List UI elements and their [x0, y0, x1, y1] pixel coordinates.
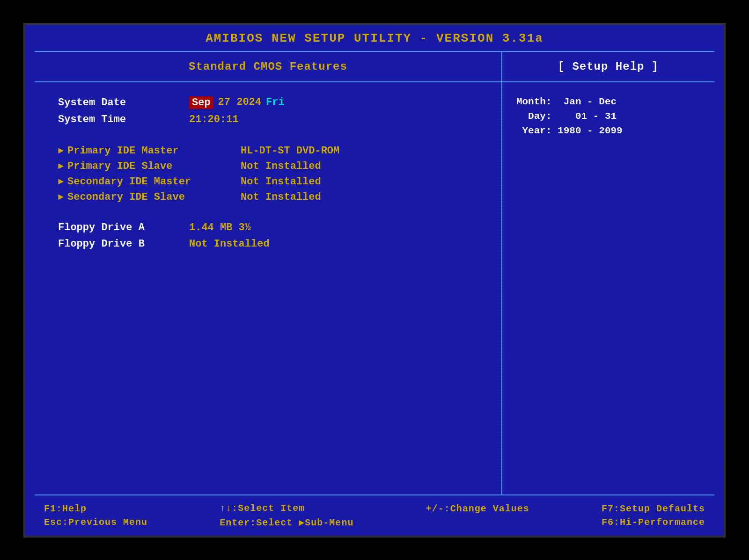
bios-screen: AMIBIOS NEW SETUP UTILITY - VERSION 3.31… — [23, 23, 726, 538]
ide-value-3: Not Installed — [241, 191, 321, 203]
help-line-3: Year: 1980 - 2099 — [516, 125, 700, 136]
title-bar: AMIBIOS NEW SETUP UTILITY - VERSION 3.31… — [25, 25, 724, 51]
right-panel: [ Setup Help ] Month: Jan - Dec Day: 01 … — [502, 52, 714, 495]
left-panel-body: System Date Sep 27 2024 Fri System Time … — [35, 82, 501, 495]
list-item[interactable]: ► Secondary IDE Master Not Installed — [58, 176, 478, 188]
floppy-b-value: Not Installed — [189, 238, 270, 250]
system-date-label: System Date — [58, 97, 189, 109]
system-date-value: Sep 27 2024 Fri — [189, 96, 285, 109]
system-time-row: System Time 21:20:11 — [58, 114, 478, 125]
date-day: Fri — [266, 96, 285, 109]
footer: F1:Help Esc:Previous Menu ↑↓:Select Item… — [25, 495, 724, 536]
floppy-b-label: Floppy Drive B — [58, 238, 189, 250]
arrow-icon: ► — [58, 176, 64, 187]
footer-empty — [426, 517, 529, 528]
footer-col-3: +/-:Change Values — [426, 503, 529, 528]
floppy-a-row: Floppy Drive A 1.44 MB 3½ — [58, 222, 478, 233]
footer-col-2: ↑↓:Select Item Enter:Select ▶Sub-Menu — [220, 503, 353, 528]
ide-label-0: Primary IDE Master — [67, 145, 241, 157]
footer-f7[interactable]: F7:Setup Defaults — [602, 503, 705, 514]
list-item[interactable]: ► Primary IDE Slave Not Installed — [58, 160, 478, 172]
floppy-a-value: 1.44 MB 3½ — [189, 222, 251, 233]
footer-f6[interactable]: F6:Hi-Performance — [602, 517, 705, 528]
arrow-icon: ► — [58, 145, 64, 156]
system-time-label: System Time — [58, 114, 189, 125]
ide-items: ► Primary IDE Master HL-DT-ST DVD-ROM ► … — [58, 145, 478, 203]
footer-col-1: F1:Help Esc:Previous Menu — [44, 503, 147, 528]
floppy-a-label: Floppy Drive A — [58, 222, 189, 233]
floppy-items: Floppy Drive A 1.44 MB 3½ Floppy Drive B… — [58, 222, 478, 250]
ide-value-1: Not Installed — [241, 160, 321, 172]
arrow-icon: ► — [58, 192, 64, 203]
bios-title: AMIBIOS NEW SETUP UTILITY - VERSION 3.31… — [206, 31, 543, 45]
footer-plusminus: +/-:Change Values — [426, 503, 529, 514]
system-time-value: 21:20:11 — [189, 114, 239, 125]
date-rest: 27 2024 — [218, 96, 261, 109]
right-panel-header: [ Setup Help ] — [502, 52, 714, 82]
footer-esc[interactable]: Esc:Previous Menu — [44, 517, 147, 528]
ide-value-0: HL-DT-ST DVD-ROM — [241, 145, 339, 157]
date-month: Sep — [189, 96, 213, 109]
help-line-2: Day: 01 - 31 — [516, 111, 700, 122]
system-date-row: System Date Sep 27 2024 Fri — [58, 96, 478, 109]
left-panel-header: Standard CMOS Features — [35, 52, 501, 82]
left-panel: Standard CMOS Features System Date Sep 2… — [35, 52, 502, 495]
footer-col-4: F7:Setup Defaults F6:Hi-Performance — [602, 503, 705, 528]
footer-f1[interactable]: F1:Help — [44, 503, 147, 514]
main-content: Standard CMOS Features System Date Sep 2… — [35, 51, 714, 495]
help-line-1: Month: Jan - Dec — [516, 96, 700, 107]
floppy-b-row: Floppy Drive B Not Installed — [58, 238, 478, 250]
ide-label-1: Primary IDE Slave — [67, 160, 241, 172]
footer-enter[interactable]: Enter:Select ▶Sub-Menu — [220, 516, 353, 528]
list-item[interactable]: ► Primary IDE Master HL-DT-ST DVD-ROM — [58, 145, 478, 157]
arrow-icon: ► — [58, 161, 64, 172]
footer-arrows: ↑↓:Select Item — [220, 503, 353, 514]
ide-label-3: Secondary IDE Slave — [67, 191, 241, 203]
ide-value-2: Not Installed — [241, 176, 321, 188]
right-panel-body: Month: Jan - Dec Day: 01 - 31 Year: 1980… — [502, 82, 714, 495]
list-item[interactable]: ► Secondary IDE Slave Not Installed — [58, 191, 478, 203]
ide-label-2: Secondary IDE Master — [67, 176, 241, 188]
